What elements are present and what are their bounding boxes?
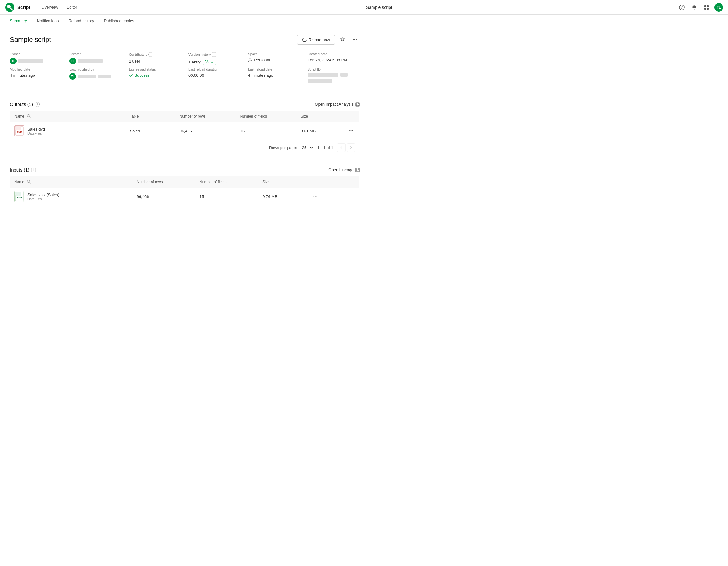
page-header-actions: Reload now bbox=[297, 35, 360, 45]
nav-editor[interactable]: Editor bbox=[63, 3, 81, 11]
main-content: Sample script Reload now Owner TL bbox=[0, 27, 370, 213]
qlik-logo[interactable] bbox=[5, 2, 15, 12]
lineage-external-icon bbox=[355, 168, 360, 172]
meta-last-modified-by: Last modified by TL bbox=[69, 67, 121, 83]
meta-reload-status: Last reload status Success bbox=[129, 67, 181, 83]
svg-point-28 bbox=[316, 196, 317, 196]
inputs-row-more-button[interactable] bbox=[311, 193, 319, 200]
inputs-th-actions bbox=[307, 176, 359, 188]
svg-point-22 bbox=[27, 180, 30, 183]
inputs-table-header-row: Name Number of rows Number of fields Siz… bbox=[10, 176, 360, 188]
tab-reload-history[interactable]: Reload history bbox=[63, 15, 99, 27]
svg-point-10 bbox=[354, 39, 355, 40]
svg-point-18 bbox=[349, 130, 350, 131]
svg-text:?: ? bbox=[681, 6, 683, 9]
more-options-button[interactable] bbox=[350, 35, 360, 45]
outputs-section-header: Outputs (1) i Open Impact Analysis bbox=[10, 102, 360, 107]
svg-rect-17 bbox=[15, 126, 21, 130]
svg-point-19 bbox=[351, 130, 352, 131]
outputs-row-num-fields: 15 bbox=[236, 122, 297, 140]
meta-created-date: Created date Feb 26, 2024 5:38 PM bbox=[308, 52, 360, 65]
topbar: Script Overview Editor Sample script ? T… bbox=[0, 0, 728, 15]
open-lineage-button[interactable]: Open Lineage bbox=[328, 168, 360, 172]
outputs-row-name: QVD Sales.qvd DataFiles bbox=[10, 122, 126, 140]
meta-modified-date: Modified date 4 minutes ago bbox=[10, 67, 62, 83]
inputs-row-size: 9.76 MB bbox=[258, 188, 307, 205]
inputs-info-icon: i bbox=[31, 168, 36, 172]
inputs-section-title: Inputs (1) i bbox=[10, 167, 36, 172]
svg-point-20 bbox=[352, 130, 353, 131]
meta-reload-status-value: Success bbox=[129, 73, 181, 78]
outputs-th-table: Table bbox=[126, 111, 175, 122]
user-avatar[interactable]: TL bbox=[714, 3, 723, 12]
meta-script-id: Script ID bbox=[308, 67, 360, 83]
grid-icon[interactable] bbox=[702, 3, 711, 12]
meta-owner: Owner TL bbox=[10, 52, 62, 65]
nav-overview[interactable]: Overview bbox=[38, 3, 62, 11]
table-row: QVD Sales.qvd DataFiles Sales 96,466 bbox=[10, 122, 360, 140]
outputs-name-search-icon[interactable] bbox=[27, 114, 31, 119]
meta-contributors-value: 1 user bbox=[129, 59, 181, 63]
qvd-file-icon: QVD bbox=[14, 125, 24, 136]
help-icon[interactable]: ? bbox=[677, 3, 686, 12]
svg-point-27 bbox=[315, 196, 316, 196]
meta-creator: Creator TL bbox=[69, 52, 121, 65]
outputs-th-actions bbox=[343, 111, 360, 122]
tab-notifications[interactable]: Notifications bbox=[32, 15, 64, 27]
svg-rect-6 bbox=[707, 5, 709, 7]
last-modifier-blur1 bbox=[78, 75, 96, 78]
inputs-name-search-icon[interactable] bbox=[27, 180, 31, 184]
outputs-th-fields: Number of fields bbox=[236, 111, 297, 122]
reload-now-button[interactable]: Reload now bbox=[297, 35, 335, 45]
app-name: Script bbox=[17, 5, 30, 10]
outputs-section: Outputs (1) i Open Impact Analysis Name bbox=[10, 102, 360, 155]
inputs-section: Inputs (1) i Open Lineage Name bbox=[10, 167, 360, 205]
inputs-th-size: Size bbox=[258, 176, 307, 188]
star-button[interactable] bbox=[338, 35, 347, 45]
svg-point-11 bbox=[356, 39, 357, 40]
tabs-bar: Summary Notifications Reload history Pub… bbox=[0, 15, 728, 27]
inputs-th-fields: Number of fields bbox=[195, 176, 258, 188]
page-title: Sample script bbox=[10, 36, 51, 44]
outputs-row-size: 3.61 MB bbox=[297, 122, 343, 140]
outputs-th-size: Size bbox=[297, 111, 343, 122]
inputs-row-actions bbox=[307, 188, 359, 205]
outputs-row-table: Sales bbox=[126, 122, 175, 140]
meta-reload-duration: Last reload duration 00:00:06 bbox=[188, 67, 241, 83]
checkmark-icon bbox=[129, 73, 133, 78]
tab-summary[interactable]: Summary bbox=[5, 15, 32, 27]
meta-reload-duration-value: 00:00:06 bbox=[188, 73, 241, 78]
outputs-row-actions bbox=[343, 122, 360, 140]
inputs-th-name: Name bbox=[10, 176, 132, 188]
notifications-icon[interactable] bbox=[690, 3, 698, 12]
open-impact-analysis-button[interactable]: Open Impact Analysis bbox=[315, 102, 360, 107]
last-modifier-blur2 bbox=[98, 75, 111, 78]
inputs-table: Name Number of rows Number of fields Siz… bbox=[10, 176, 360, 205]
meta-contributors: Contributors i 1 user bbox=[129, 52, 181, 65]
meta-last-reload-date-value: 4 minutes ago bbox=[248, 73, 300, 78]
contributors-info-icon: i bbox=[148, 52, 153, 57]
creator-name-blur bbox=[78, 59, 103, 63]
tab-published-copies[interactable]: Published copies bbox=[99, 15, 139, 27]
outputs-info-icon: i bbox=[35, 102, 40, 107]
script-id-blur3 bbox=[308, 79, 332, 83]
inputs-section-header: Inputs (1) i Open Lineage bbox=[10, 167, 360, 172]
meta-version-value: 1 entry View bbox=[188, 59, 241, 65]
outputs-table: Name Table Number of rows Number of fiel… bbox=[10, 111, 360, 140]
rows-per-page-select[interactable]: 25 50 100 bbox=[301, 145, 314, 150]
meta-script-id-value bbox=[308, 73, 360, 77]
svg-point-26 bbox=[313, 196, 314, 196]
pagination-prev-button[interactable] bbox=[337, 143, 346, 152]
meta-space: Space Personal bbox=[248, 52, 300, 65]
inputs-row-name: XLSX Sales.xlsx (Sales) DataFiles bbox=[10, 188, 132, 205]
last-modifier-avatar: TL bbox=[69, 73, 76, 80]
outputs-file-name: Sales.qvd bbox=[27, 127, 45, 131]
version-view-link[interactable]: View bbox=[203, 59, 216, 65]
owner-avatar: TL bbox=[10, 58, 17, 64]
meta-last-reload-date: Last reload date 4 minutes ago bbox=[248, 67, 300, 83]
page-header: Sample script Reload now bbox=[10, 35, 360, 45]
meta-space-value: Personal bbox=[248, 58, 300, 62]
svg-rect-8 bbox=[707, 8, 709, 10]
outputs-row-more-button[interactable] bbox=[347, 127, 355, 135]
pagination-next-button[interactable] bbox=[347, 143, 355, 152]
